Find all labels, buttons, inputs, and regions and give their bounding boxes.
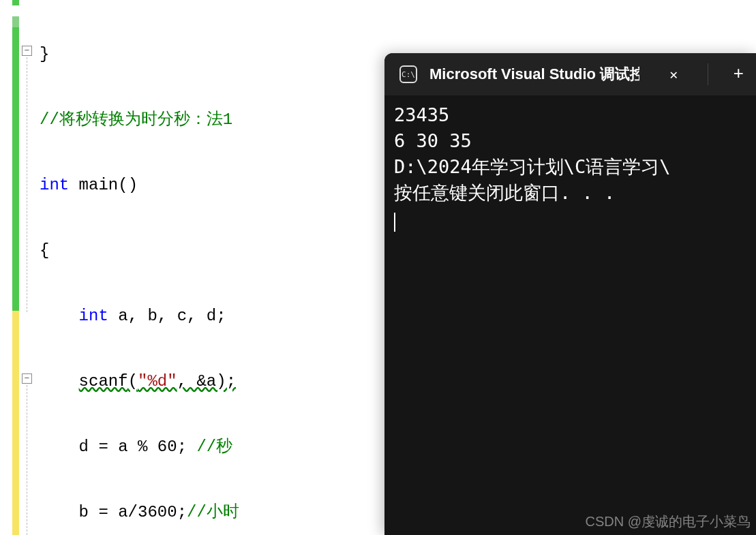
debug-console-window[interactable]: C:\ Microsoft Visual Studio 调试控 ✕ + 2343… [384,53,756,535]
code-snippet: scanf("%d", &a); [79,372,236,391]
fold-column: − − [20,0,37,535]
code-area[interactable]: } //将秒转换为时分秒：法1 int main() { int a, b, c… [37,0,354,535]
terminal-output[interactable]: 23435 6 30 35 D:\2024年学习计划\C语言学习\ 按任意键关闭… [384,95,756,239]
console-icon: C:\ [399,65,417,83]
terminal-line: D:\2024年学习计划\C语言学习\ [394,156,671,177]
fold-toggle-icon[interactable]: − [22,46,32,56]
keyword-int: int [40,176,69,194]
terminal-line: 23435 [394,104,449,125]
close-tab-icon[interactable]: ✕ [652,66,695,83]
terminal-line: 6 30 35 [394,130,472,151]
change-gutter [0,0,20,535]
new-tab-icon[interactable]: + [721,64,756,85]
comment-text: //将秒转换为时分秒：法1 [40,110,232,129]
fold-toggle-icon[interactable]: − [22,373,32,384]
watermark-text: CSDN @虔诚的电子小菜鸟 [585,513,751,531]
tab-separator [708,63,708,85]
terminal-title: Microsoft Visual Studio 调试控 [429,64,639,85]
cursor-icon [394,213,395,232]
terminal-titlebar[interactable]: C:\ Microsoft Visual Studio 调试控 ✕ + [384,53,756,95]
terminal-line: 按任意键关闭此窗口. . . [394,182,615,203]
